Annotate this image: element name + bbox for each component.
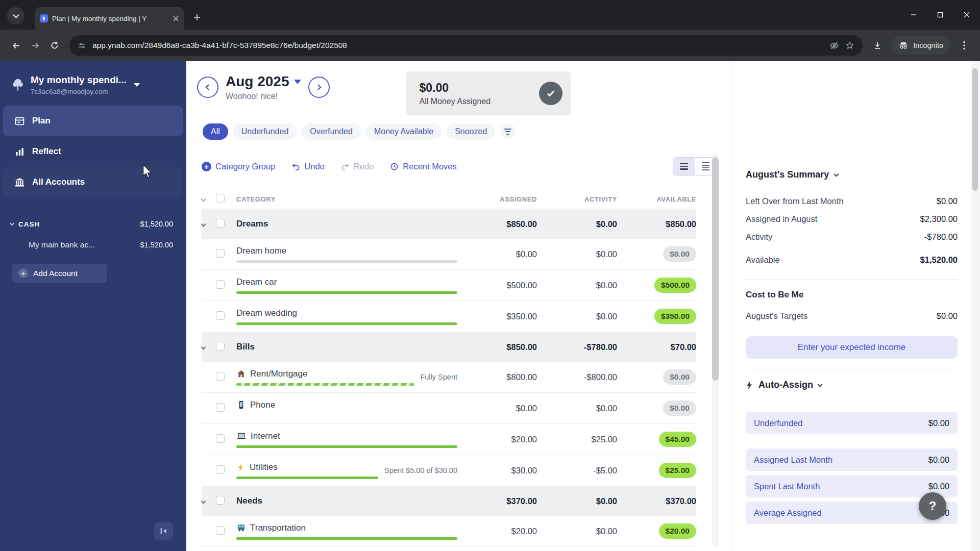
sidebar-item-plan[interactable]: Plan xyxy=(3,106,183,136)
category-name[interactable]: Transportation xyxy=(250,523,306,533)
default-view-button[interactable] xyxy=(673,158,695,175)
row-checkbox[interactable] xyxy=(216,465,225,474)
account-row[interactable]: My main bank ac... $1,520.00 xyxy=(0,234,186,256)
activity-cell[interactable]: -$800.00 xyxy=(537,372,617,382)
available-pill[interactable]: $350.00 xyxy=(654,309,696,324)
assigned-cell[interactable]: $0.00 xyxy=(471,249,537,259)
category-name[interactable]: Dream car xyxy=(236,277,277,287)
summary-header[interactable]: August's Summary xyxy=(746,169,958,180)
table-scrollbar-thumb[interactable] xyxy=(712,157,719,381)
category-row-rent-mortgage[interactable]: Rent/Mortgage Fully Spent $800.00 -$800.… xyxy=(202,362,696,393)
menu-kebab-icon[interactable] xyxy=(954,36,974,55)
filter-all[interactable]: All xyxy=(203,123,228,140)
category-row-dream-car[interactable]: Dream car $500.00 $0.00 $500.00 xyxy=(202,270,696,301)
chevron-down-icon[interactable] xyxy=(201,221,206,227)
row-checkbox[interactable] xyxy=(216,372,225,381)
maximize-button[interactable] xyxy=(927,0,953,30)
activity-cell[interactable]: -$5.00 xyxy=(537,466,617,475)
collapse-sidebar-button[interactable] xyxy=(154,522,173,540)
group-row-bills[interactable]: Bills $850.00 -$780.00 $70.00 xyxy=(202,332,696,362)
redo-button[interactable]: Redo xyxy=(341,162,374,171)
assigned-cell[interactable]: $30.00 xyxy=(471,466,537,475)
minimize-button[interactable] xyxy=(900,0,927,30)
back-button[interactable] xyxy=(6,36,26,55)
available-pill[interactable]: $20.00 xyxy=(659,523,696,539)
tab-search-button[interactable] xyxy=(7,7,24,24)
assigned-cell[interactable]: $20.00 xyxy=(471,435,537,444)
tab-close-icon[interactable] xyxy=(173,16,179,21)
sidebar-item-reflect[interactable]: Reflect xyxy=(3,136,183,167)
activity-cell[interactable]: $0.00 xyxy=(537,527,617,536)
auto-assign-header[interactable]: Auto-Assign xyxy=(746,380,958,390)
available-pill[interactable]: $0.00 xyxy=(663,400,696,416)
row-checkbox[interactable] xyxy=(216,403,225,412)
activity-cell[interactable]: $0.00 xyxy=(537,249,617,259)
category-name[interactable]: Utilities xyxy=(250,462,278,472)
row-checkbox[interactable] xyxy=(216,526,225,535)
auto-assign-row-underfunded[interactable]: Underfunded $0.00 xyxy=(746,412,958,434)
reload-button[interactable] xyxy=(45,36,64,55)
assigned-cell[interactable]: $0.00 xyxy=(471,404,537,413)
group-row-dreams[interactable]: Dreams $850.00 $0.00 $850.00 xyxy=(202,209,696,239)
cash-group-row[interactable]: CASH $1,520.00 xyxy=(0,214,186,234)
filter-options-icon[interactable] xyxy=(500,124,516,139)
assigned-cell[interactable]: $350.00 xyxy=(471,312,537,321)
assigned-cell[interactable]: $800.00 xyxy=(471,372,537,382)
category-name[interactable]: Dream home xyxy=(236,246,286,256)
previous-month-button[interactable] xyxy=(197,77,218,98)
close-button[interactable] xyxy=(953,0,980,30)
browser-tab[interactable]: Plan | My monthly spending | Y xyxy=(35,7,184,30)
filter-snoozed[interactable]: Snoozed xyxy=(447,123,495,140)
row-checkbox[interactable] xyxy=(216,311,225,320)
add-account-button[interactable]: + Add Account xyxy=(12,264,107,283)
row-checkbox[interactable] xyxy=(216,280,225,289)
url-bar[interactable]: app.ynab.com/2849d6a8-ca3b-4a41-bf7c-537… xyxy=(69,35,863,56)
filter-underfunded[interactable]: Underfunded xyxy=(233,123,297,140)
forward-button[interactable] xyxy=(26,36,45,55)
select-all-checkbox[interactable] xyxy=(216,194,225,203)
eye-off-icon[interactable] xyxy=(829,41,839,51)
available-pill[interactable]: $500.00 xyxy=(654,278,696,293)
next-month-button[interactable] xyxy=(308,77,330,98)
add-category-group-button[interactable]: + Category Group xyxy=(202,162,275,171)
url-text[interactable]: app.ynab.com/2849d6a8-ca3b-4a41-bf7c-537… xyxy=(92,41,823,50)
undo-button[interactable]: Undo xyxy=(291,162,324,171)
filter-money-available[interactable]: Money Available xyxy=(366,123,442,140)
site-settings-icon[interactable] xyxy=(78,41,86,50)
chevron-down-icon[interactable] xyxy=(201,498,206,504)
activity-cell[interactable]: $25.00 xyxy=(537,435,617,444)
group-checkbox[interactable] xyxy=(216,219,225,228)
budget-switcher[interactable]: My monthly spendi... 7c3ac6a8@moodjoy.co… xyxy=(0,61,186,106)
chevron-down-icon[interactable] xyxy=(10,221,15,226)
activity-cell[interactable]: $0.00 xyxy=(537,312,617,321)
chevron-down-icon[interactable] xyxy=(201,197,206,202)
category-row-dream-wedding[interactable]: Dream wedding $350.00 $0.00 $350.00 xyxy=(202,301,696,332)
help-button[interactable]: ? xyxy=(919,492,946,520)
page-scrollbar-thumb[interactable] xyxy=(972,68,978,191)
enter-expected-income-button[interactable]: Enter your expected income xyxy=(746,336,958,359)
chevron-down-icon[interactable] xyxy=(201,344,206,349)
row-checkbox[interactable] xyxy=(216,434,225,443)
activity-cell[interactable]: $0.00 xyxy=(537,404,617,413)
filter-overfunded[interactable]: Overfunded xyxy=(302,123,361,140)
new-tab-button[interactable] xyxy=(189,9,205,26)
available-pill[interactable]: $0.00 xyxy=(663,246,696,262)
group-row-needs[interactable]: Needs $370.00 $0.00 $370.00 xyxy=(202,486,696,516)
category-row-internet[interactable]: Internet $20.00 $25.00 $45.00 xyxy=(202,424,696,455)
auto-assign-row-assigned-last-month[interactable]: Assigned Last Month $0.00 xyxy=(746,448,958,471)
assigned-cell[interactable]: $500.00 xyxy=(471,281,537,290)
category-row-dream-home[interactable]: Dream home $0.00 $0.00 $0.00 xyxy=(202,239,696,270)
category-name[interactable]: Rent/Mortgage xyxy=(250,369,307,379)
group-checkbox[interactable] xyxy=(216,342,225,350)
group-checkbox[interactable] xyxy=(216,496,225,505)
available-pill[interactable]: $45.00 xyxy=(659,432,696,447)
row-checkbox[interactable] xyxy=(216,249,225,258)
category-row-transportation[interactable]: Transportation $20.00 $0.00 $20.00 xyxy=(202,516,696,547)
sidebar-item-all-accounts[interactable]: All Accounts xyxy=(3,167,183,197)
available-pill[interactable]: $25.00 xyxy=(659,463,696,478)
available-pill[interactable]: $0.00 xyxy=(663,369,696,385)
recent-moves-button[interactable]: Recent Moves xyxy=(390,162,456,171)
category-name[interactable]: Dream wedding xyxy=(236,308,297,318)
incognito-badge[interactable]: Incognito xyxy=(891,36,950,55)
download-icon[interactable] xyxy=(868,36,887,55)
